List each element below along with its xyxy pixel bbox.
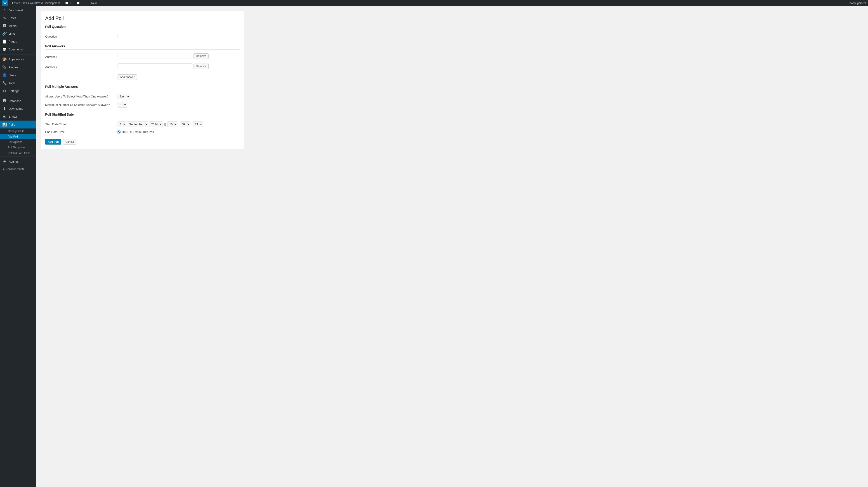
updates-link[interactable]: 💬 0 <box>75 0 84 6</box>
sidebar-item-polls[interactable]: 📊 Polls <box>0 120 36 128</box>
posts-icon: ✎ <box>2 16 7 20</box>
comments-count: 1 <box>69 2 71 5</box>
sidebar-label-comments: Comments <box>8 48 23 51</box>
tools-icon: 🔧 <box>2 81 7 85</box>
sidebar-item-ratings[interactable]: ★ Ratings <box>0 157 36 166</box>
email-icon: ✉ <box>2 114 7 119</box>
sidebar-label-email: E-Mail <box>8 115 17 118</box>
new-label: New <box>91 2 97 5</box>
multiple-answers-select[interactable]: No Yes <box>118 94 130 99</box>
sidebar-item-pages[interactable]: 📄 Pages <box>0 37 36 46</box>
ratings-icon: ★ <box>2 160 7 164</box>
admin-bar: W Lester Chan's WordPress Development 💬 … <box>0 0 868 6</box>
downloads-icon: ⬇ <box>2 107 7 111</box>
poll-multiple-section-title: Poll Multiple Answers <box>45 85 240 90</box>
sidebar-label-dashboard: Dashboard <box>8 8 23 12</box>
site-name[interactable]: Lester Chan's WordPress Development <box>11 0 61 6</box>
end-datetime-label: End Date/Time <box>45 128 118 136</box>
poll-date-table: Start Date/Time 4 January February March… <box>45 120 240 136</box>
do-not-expire-text: Do NOT Expire This Poll <box>122 130 154 134</box>
sidebar-label-users: Users <box>8 74 16 77</box>
submenu-uninstall-wp-polls[interactable]: Uninstall WP-Polls <box>0 150 36 155</box>
collapse-label: Collapse menu <box>6 167 24 171</box>
remove-answer2-button[interactable]: Remove <box>193 63 209 69</box>
sidebar-label-posts: Posts <box>8 16 16 20</box>
answer1-row-content: Remove <box>118 53 240 59</box>
start-minute-select[interactable]: 39 <box>180 121 190 127</box>
sidebar-label-ratings: Ratings <box>8 160 19 163</box>
sidebar-label-media: Media <box>8 24 17 28</box>
poll-multiple-table: Allows Users To Select More Than One Ans… <box>45 92 240 109</box>
question-input[interactable] <box>118 34 217 39</box>
submit-row: Add Poll Cancel <box>45 139 240 145</box>
question-row: Question <box>45 32 240 41</box>
sidebar-label-database: Database <box>8 99 21 103</box>
answer2-label: Answer 2 <box>45 62 118 72</box>
sidebar-item-posts[interactable]: ✎ Posts <box>0 14 36 22</box>
polls-icon: 📊 <box>2 122 7 127</box>
sidebar-item-dashboard[interactable]: ⌂ Dashboard <box>0 6 36 14</box>
answer2-input[interactable] <box>118 63 192 69</box>
updates-count: 0 <box>81 2 82 5</box>
sidebar-label-links: Links <box>8 32 16 35</box>
start-day-select[interactable]: 4 <box>118 121 126 127</box>
sidebar-item-comments[interactable]: 💬 Comments <box>0 46 36 53</box>
sidebar-item-users[interactable]: 👤 Users <box>0 71 36 79</box>
add-answer-button[interactable]: Add Answer <box>118 75 137 80</box>
sidebar-label-polls: Polls <box>8 123 15 126</box>
start-second-select[interactable]: 21 <box>193 121 203 127</box>
sidebar-item-plugins[interactable]: 🔌 Plugins <box>0 63 36 71</box>
menu-sep-3 <box>0 156 36 157</box>
poll-answers-table: Answer 1 Remove Answer 2 Remove <box>45 52 240 81</box>
answer1-row: Answer 1 Remove <box>45 52 240 62</box>
appearance-icon: 🎨 <box>2 57 7 61</box>
start-year-select[interactable]: 2014 <box>149 121 162 127</box>
start-hour-select[interactable]: 10 <box>167 121 178 127</box>
colon-1: : <box>178 123 179 126</box>
new-content-button[interactable]: ＋ New <box>86 0 98 6</box>
end-datetime-row: End Date/Time Do NOT Expire This Poll <box>45 128 240 136</box>
submenu-poll-templates[interactable]: Poll Templates <box>0 145 36 150</box>
start-datetime-row: Start Date/Time 4 January February March… <box>45 120 240 128</box>
poll-date-section-title: Poll Start/End Date <box>45 113 240 118</box>
sidebar-item-email[interactable]: ✉ E-Mail <box>0 113 36 120</box>
sidebar-label-tools: Tools <box>8 81 16 85</box>
allows-users-row: Allows Users To Select More Than One Ans… <box>45 92 240 101</box>
comments-link[interactable]: 💬 1 <box>64 0 72 6</box>
collapse-icon: ◀ <box>2 167 4 171</box>
add-answer-row: Add Answer <box>45 72 240 81</box>
cancel-button[interactable]: Cancel <box>63 139 76 145</box>
howdy-text: Howdy, gamerz <box>848 2 866 5</box>
submenu-poll-options[interactable]: Poll Options <box>0 139 36 145</box>
admin-sidebar: ⌂ Dashboard ✎ Posts 🖼 Media 🔗 Links 📄 Pa… <box>0 6 36 487</box>
main-content: Add Poll Poll Question Question Poll Ans… <box>36 6 868 487</box>
wp-logo[interactable]: W <box>2 0 8 6</box>
do-not-expire-label[interactable]: Do NOT Expire This Poll <box>118 130 240 134</box>
answer2-row-content: Remove <box>118 63 240 69</box>
collapse-menu-button[interactable]: ◀ Collapse menu <box>0 166 36 172</box>
sidebar-label-pages: Pages <box>8 40 17 43</box>
settings-icon: ⚙ <box>2 89 7 93</box>
sidebar-item-database[interactable]: 🗄 Database <box>0 97 36 105</box>
start-month-select[interactable]: January February March April May June Ju… <box>127 121 148 127</box>
max-answers-select[interactable]: 1 2 3 4 5 <box>118 102 127 108</box>
dashboard-icon: ⌂ <box>2 8 7 12</box>
sidebar-item-appearance[interactable]: 🎨 Appearance <box>0 55 36 63</box>
sidebar-item-tools[interactable]: 🔧 Tools <box>0 79 36 87</box>
submenu-add-poll[interactable]: Add Poll <box>0 134 36 139</box>
add-poll-button[interactable]: Add Poll <box>45 139 61 145</box>
sidebar-item-downloads[interactable]: ⬇ Downloads <box>0 105 36 113</box>
start-datetime-inputs: 4 January February March April May June … <box>118 121 240 127</box>
sidebar-item-media[interactable]: 🖼 Media <box>0 22 36 30</box>
do-not-expire-checkbox[interactable] <box>118 131 121 134</box>
at-sign: @ <box>163 123 166 126</box>
sidebar-item-links[interactable]: 🔗 Links <box>0 30 36 37</box>
database-icon: 🗄 <box>2 99 7 103</box>
answer1-input[interactable] <box>118 53 192 59</box>
users-icon: 👤 <box>2 73 7 77</box>
start-datetime-label: Start Date/Time <box>45 120 118 128</box>
submenu-manage-polls[interactable]: Manage Polls <box>0 128 36 134</box>
poll-answers-section-title: Poll Answers <box>45 44 240 50</box>
remove-answer1-button[interactable]: Remove <box>193 53 209 59</box>
sidebar-item-settings[interactable]: ⚙ Settings <box>0 87 36 95</box>
